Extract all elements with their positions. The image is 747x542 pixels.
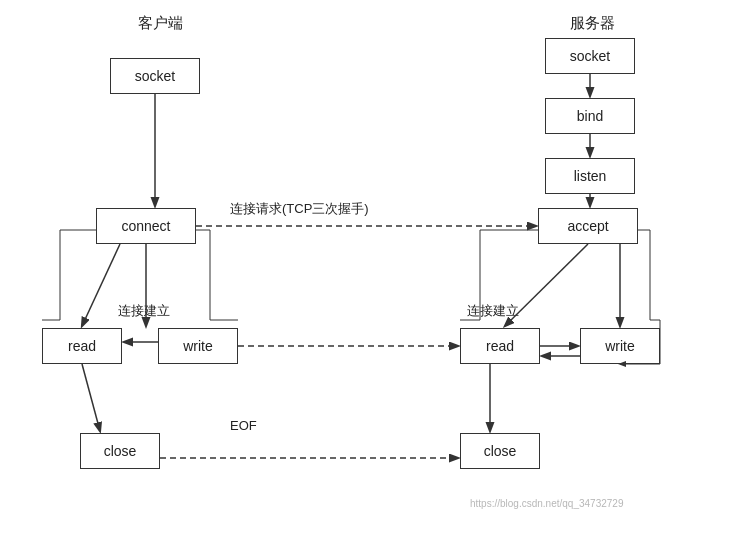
client-close-box: close xyxy=(80,433,160,469)
server-close-box: close xyxy=(460,433,540,469)
client-socket-box: socket xyxy=(110,58,200,94)
server-write-box: write xyxy=(580,328,660,364)
svg-line-13 xyxy=(82,364,100,431)
svg-line-7 xyxy=(82,244,120,326)
server-bind-box: bind xyxy=(545,98,635,134)
server-socket-box: socket xyxy=(545,38,635,74)
server-accept-box: accept xyxy=(538,208,638,244)
eof-label: EOF xyxy=(230,418,257,433)
client-connect-box: connect xyxy=(96,208,196,244)
connect-request-label: 连接请求(TCP三次握手) xyxy=(230,200,369,218)
server-listen-box: listen xyxy=(545,158,635,194)
client-read-box: read xyxy=(42,328,122,364)
watermark: https://blog.csdn.net/qq_34732729 xyxy=(470,498,623,509)
client-connection-label: 连接建立 xyxy=(118,302,170,320)
diagram: 客户端 服务器 socket connect read write close … xyxy=(0,0,747,542)
client-write-box: write xyxy=(158,328,238,364)
server-connection-label: 连接建立 xyxy=(467,302,519,320)
client-label: 客户端 xyxy=(138,14,183,33)
server-read-box: read xyxy=(460,328,540,364)
server-label: 服务器 xyxy=(570,14,615,33)
